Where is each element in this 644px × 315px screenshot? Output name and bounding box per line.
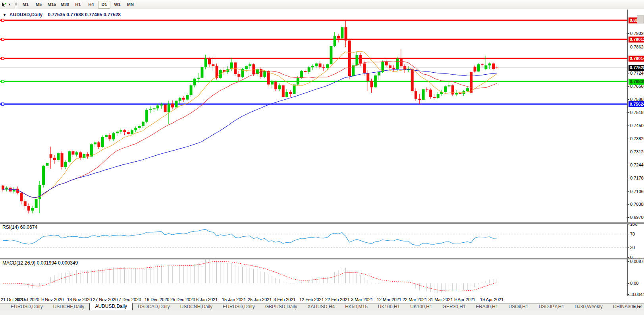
pane-separator[interactable] bbox=[0, 222, 644, 223]
chart-tab-hk50-m15[interactable]: HK50,M15 bbox=[340, 303, 373, 310]
candle-body bbox=[134, 128, 137, 130]
chart-tab-uk100-h1[interactable]: UK100,H1 bbox=[373, 303, 405, 310]
candle-body bbox=[470, 72, 472, 93]
candle-body bbox=[230, 62, 233, 69]
candle-body bbox=[300, 71, 303, 78]
cursor-tool-dropdown-icon[interactable]: ▼ bbox=[8, 3, 11, 6]
time-axis[interactable]: 21 Oct 202030 Oct 20209 Nov 202018 Nov 2… bbox=[0, 296, 627, 303]
timeframe-button-h1[interactable]: H1 bbox=[72, 1, 84, 9]
timeframe-button-d1[interactable]: D1 bbox=[98, 1, 110, 9]
axis-tick-mark bbox=[628, 112, 629, 113]
timeframe-button-m15[interactable]: M15 bbox=[46, 1, 58, 9]
axis-tick-mark bbox=[628, 261, 629, 262]
timeframe-button-m5[interactable]: M5 bbox=[33, 1, 45, 9]
price-level-badge: 0.76809 bbox=[629, 79, 644, 85]
pane-separator[interactable] bbox=[0, 259, 644, 259]
line-anchor-handle[interactable] bbox=[2, 19, 4, 21]
line-anchor-handle[interactable] bbox=[2, 103, 4, 105]
axis-tick-label: 30 bbox=[630, 245, 635, 250]
candle-body bbox=[179, 98, 181, 100]
timeframe-button-m30[interactable]: M30 bbox=[59, 1, 71, 9]
candle-body bbox=[289, 92, 292, 94]
candle-body bbox=[400, 59, 403, 66]
chart-tab-usdjpy-h1[interactable]: USDJPY,H1 bbox=[534, 303, 569, 310]
candle-body bbox=[53, 158, 56, 160]
candle-body bbox=[422, 89, 425, 100]
line-anchor-handle[interactable] bbox=[2, 57, 4, 60]
chart-tab-usoil-h1[interactable]: USOil,H1 bbox=[503, 303, 534, 310]
macd-pane[interactable] bbox=[0, 259, 627, 296]
price-axis[interactable]: 0.793200.786200.779400.772400.765600.758… bbox=[628, 10, 644, 296]
moving-average-line bbox=[3, 51, 497, 197]
candle-body bbox=[116, 131, 119, 133]
candle-body bbox=[271, 81, 274, 84]
chart-menu-icon[interactable]: ▼ bbox=[3, 13, 6, 17]
candle-body bbox=[433, 97, 436, 98]
axis-tick-label: 0.008782 bbox=[630, 259, 644, 264]
candle-body bbox=[448, 85, 451, 86]
chart-tab-fra40-h1[interactable]: FRA40,H1 bbox=[471, 303, 503, 310]
tab-scroll-left-icon[interactable]: ◄ bbox=[632, 305, 636, 309]
candle-body bbox=[385, 62, 388, 66]
candle-body bbox=[293, 85, 296, 94]
cursor-tool-icon[interactable] bbox=[0, 1, 8, 8]
candle-body bbox=[366, 73, 369, 81]
rsi-pane[interactable] bbox=[0, 224, 627, 258]
candle-body bbox=[488, 64, 491, 66]
main-chart-pane[interactable] bbox=[0, 10, 627, 223]
axis-tick-mark bbox=[628, 86, 629, 87]
candle-body bbox=[474, 67, 476, 72]
candle-body bbox=[20, 193, 23, 201]
candle-body bbox=[208, 59, 211, 64]
toolbar-grip[interactable] bbox=[15, 2, 17, 8]
chart-tab-eurusd-daily[interactable]: EURUSD,Daily bbox=[218, 303, 260, 310]
candle-body bbox=[411, 69, 414, 91]
moving-average-line bbox=[3, 69, 497, 197]
timeframe-button-mn[interactable]: MN bbox=[124, 1, 137, 9]
chart-tab-gbpusd-daily[interactable]: GBPUSD,Daily bbox=[260, 303, 303, 310]
candle-body bbox=[477, 64, 480, 72]
candle-body bbox=[31, 208, 34, 211]
chart-tab-xauusd-h4[interactable]: XAUUSD,H4 bbox=[302, 303, 340, 310]
candle-body bbox=[304, 71, 307, 72]
candle-body bbox=[492, 64, 495, 69]
candle-body bbox=[193, 79, 196, 85]
timeframe-button-w1[interactable]: W1 bbox=[111, 1, 123, 9]
tab-scroll-right-icon[interactable]: ► bbox=[638, 305, 642, 309]
chart-tab-audusd-daily[interactable]: AUDUSD,Daily bbox=[89, 303, 133, 310]
timeframe-button-m1[interactable]: M1 bbox=[19, 1, 32, 9]
chart-tab-usdcad-daily[interactable]: USDCAD,Daily bbox=[133, 303, 175, 310]
candle-body bbox=[319, 64, 322, 68]
chart-tab-dj30-weekly[interactable]: DJ30,Weekly bbox=[569, 303, 607, 310]
axis-tick-label: 0.75880 bbox=[630, 97, 644, 102]
candle-body bbox=[378, 72, 380, 75]
date-tick-label: 27 Nov 2020 bbox=[93, 297, 118, 302]
pane-separator[interactable] bbox=[0, 258, 644, 259]
date-tick-label: 31 Mar 2021 bbox=[428, 297, 453, 302]
candle-body bbox=[249, 64, 251, 66]
timeframe-buttons: M1M5M15M30H1H4D1W1MN bbox=[19, 0, 137, 9]
candle-body bbox=[27, 206, 30, 211]
chart-tab-ger30-h1[interactable]: GER30,H1 bbox=[438, 303, 471, 310]
candle-body bbox=[308, 67, 310, 72]
axis-tick-label: 0.71760 bbox=[630, 176, 644, 180]
timeframe-button-h4[interactable]: H4 bbox=[85, 1, 97, 9]
chart-tab-uk100-h1[interactable]: UK100,H1 bbox=[405, 303, 437, 310]
candle-body bbox=[108, 135, 111, 139]
axis-tick-mark bbox=[628, 73, 629, 73]
date-tick-label: 30 Oct 2020 bbox=[15, 297, 39, 302]
chart-tab-eurusd-daily[interactable]: EURUSD,Daily bbox=[6, 303, 48, 310]
pane-separator[interactable] bbox=[0, 223, 644, 224]
candle-body bbox=[156, 106, 159, 108]
chart-tab-usdcnh-daily[interactable]: USDCNH,Daily bbox=[175, 303, 218, 310]
axis-tick-mark bbox=[628, 178, 629, 178]
candle-body bbox=[168, 104, 170, 112]
line-anchor-handle[interactable] bbox=[2, 80, 4, 83]
rsi-line bbox=[3, 229, 497, 245]
line-anchor-handle[interactable] bbox=[2, 38, 4, 41]
candle-body bbox=[149, 109, 152, 110]
axis-tick-mark bbox=[628, 204, 629, 205]
chart-tab-usdchf-daily[interactable]: USDCHF,Daily bbox=[48, 303, 90, 310]
candle-body bbox=[64, 162, 67, 167]
date-tick-label: 12 Feb 2021 bbox=[299, 297, 324, 302]
